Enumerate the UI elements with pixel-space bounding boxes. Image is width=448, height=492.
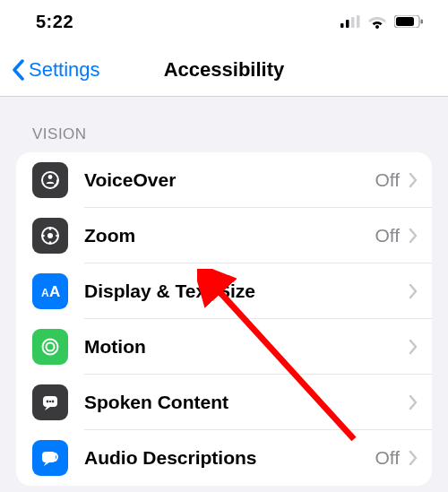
svg-point-4: [375, 25, 379, 29]
motion-icon: [32, 329, 68, 365]
row-display-text-size[interactable]: AA Display & Text Size: [16, 263, 432, 319]
chevron-right-icon: [409, 172, 418, 188]
row-value: Off: [375, 447, 400, 469]
zoom-icon: [32, 218, 68, 254]
battery-icon: [394, 15, 423, 28]
svg-rect-2: [351, 17, 355, 28]
svg-point-13: [49, 241, 52, 244]
svg-point-22: [52, 401, 55, 403]
svg-point-9: [48, 175, 53, 179]
content: VISION VoiceOver Off Zoom Off: [0, 97, 448, 486]
svg-rect-23: [49, 401, 51, 402]
row-audio-descriptions[interactable]: Audio Descriptions Off: [16, 430, 432, 486]
row-voiceover[interactable]: VoiceOver Off: [16, 152, 432, 208]
nav-bar: Settings Accessibility: [0, 43, 448, 97]
svg-point-12: [49, 228, 52, 230]
voiceover-icon: [32, 162, 68, 198]
row-value: Off: [375, 225, 400, 246]
chevron-right-icon: [409, 450, 418, 466]
section-header-vision: VISION: [16, 97, 432, 152]
svg-rect-1: [346, 20, 349, 28]
row-label: Display & Text Size: [84, 281, 400, 302]
back-button[interactable]: Settings: [0, 58, 100, 82]
svg-point-14: [42, 235, 45, 237]
cellular-icon: [340, 15, 360, 28]
svg-point-8: [42, 172, 58, 188]
status-time: 5:22: [36, 12, 73, 32]
svg-point-15: [56, 235, 58, 237]
status-icons: [340, 14, 423, 29]
chevron-right-icon: [409, 283, 418, 299]
row-zoom[interactable]: Zoom Off: [16, 208, 432, 263]
svg-point-19: [47, 343, 55, 351]
chevron-right-icon: [409, 339, 418, 355]
svg-rect-7: [421, 20, 424, 24]
svg-rect-6: [396, 17, 414, 26]
row-label: Motion: [84, 336, 400, 358]
spoken-content-icon: [32, 384, 68, 420]
wifi-icon: [367, 14, 387, 29]
svg-point-11: [47, 233, 53, 238]
chevron-right-icon: [409, 228, 418, 244]
chevron-right-icon: [409, 394, 418, 410]
svg-rect-3: [357, 15, 360, 28]
display-text-size-icon: AA: [32, 273, 68, 309]
svg-rect-0: [340, 23, 344, 28]
svg-point-21: [47, 401, 49, 403]
row-label: VoiceOver: [84, 169, 375, 191]
settings-group-vision: VoiceOver Off Zoom Off AA: [16, 152, 432, 486]
row-value: Off: [375, 169, 400, 191]
back-label: Settings: [29, 58, 100, 82]
svg-point-18: [43, 340, 58, 355]
row-label: Audio Descriptions: [84, 447, 375, 469]
audio-descriptions-icon: [32, 440, 68, 476]
row-label: Spoken Content: [84, 392, 400, 413]
row-label: Zoom: [84, 225, 375, 246]
svg-text:A: A: [41, 287, 49, 299]
status-bar: 5:22: [0, 0, 448, 43]
row-motion[interactable]: Motion: [16, 319, 432, 375]
row-spoken-content[interactable]: Spoken Content: [16, 375, 432, 430]
svg-text:A: A: [49, 283, 60, 300]
chevron-left-icon: [11, 59, 25, 81]
svg-rect-24: [42, 452, 56, 462]
